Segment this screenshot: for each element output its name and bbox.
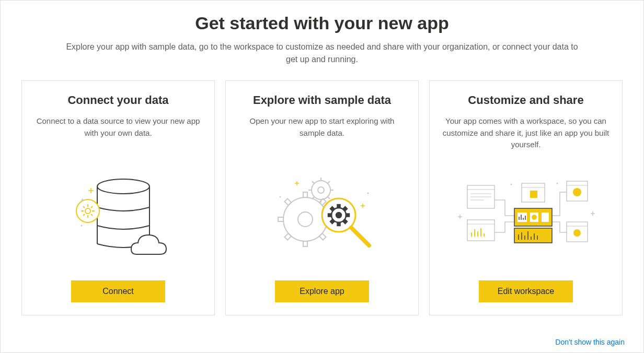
cards-container: Connect your data Connect to a data sour…	[21, 80, 623, 315]
card-connect-data: Connect your data Connect to a data sour…	[21, 80, 215, 315]
svg-rect-30	[328, 214, 331, 217]
card-title: Connect your data	[67, 93, 168, 107]
svg-point-77	[557, 182, 558, 184]
card-description: Open your new app to start exploring wit…	[236, 115, 408, 150]
page-subtitle: Explore your app with sample data, go to…	[66, 41, 578, 66]
svg-point-72	[573, 229, 581, 237]
svg-rect-22	[284, 198, 291, 205]
svg-rect-16	[303, 192, 307, 197]
svg-rect-28	[338, 205, 340, 208]
svg-point-27	[336, 213, 341, 218]
workspace-diagram-icon	[453, 174, 599, 257]
database-illustration	[32, 160, 204, 270]
connect-button[interactable]: Connect	[71, 280, 165, 302]
svg-rect-31	[346, 214, 349, 217]
svg-point-69	[573, 188, 581, 196]
svg-rect-23	[319, 233, 326, 240]
svg-point-57	[532, 215, 537, 220]
edit-workspace-button[interactable]: Edit workspace	[479, 280, 573, 302]
card-title: Customize and share	[468, 93, 583, 107]
card-description: Connect to a data source to view your ne…	[32, 115, 204, 150]
database-cloud-icon	[66, 168, 170, 262]
card-description: Your app comes with a workspace, so you …	[440, 115, 612, 151]
svg-rect-17	[303, 241, 307, 246]
svg-point-36	[280, 196, 281, 198]
svg-point-1	[76, 199, 99, 222]
dont-show-again-link[interactable]: Don't show this again	[555, 338, 625, 346]
workspace-illustration	[440, 161, 612, 270]
svg-point-11	[81, 225, 83, 227]
svg-rect-29	[338, 222, 340, 226]
svg-line-25	[351, 228, 369, 245]
card-title: Explore with sample data	[253, 93, 391, 107]
svg-point-15	[298, 212, 313, 227]
svg-rect-59	[514, 228, 552, 243]
svg-point-37	[367, 193, 369, 194]
page-title: Get started with your new app	[21, 13, 623, 33]
header: Get started with your new app Explore yo…	[21, 13, 623, 66]
svg-rect-18	[278, 217, 283, 221]
card-customize-share: Customize and share Your app comes with …	[429, 80, 623, 315]
svg-point-0	[97, 179, 150, 194]
svg-point-76	[511, 183, 512, 185]
gears-search-icon	[264, 168, 380, 262]
explore-app-button[interactable]: Explore app	[275, 280, 369, 302]
svg-point-13	[318, 187, 324, 193]
svg-rect-75	[530, 191, 537, 198]
svg-rect-21	[284, 233, 291, 240]
card-explore-sample: Explore with sample data Open your new a…	[225, 80, 419, 315]
svg-rect-58	[542, 213, 549, 222]
gears-magnifier-illustration	[236, 160, 408, 270]
svg-point-12	[312, 181, 330, 199]
